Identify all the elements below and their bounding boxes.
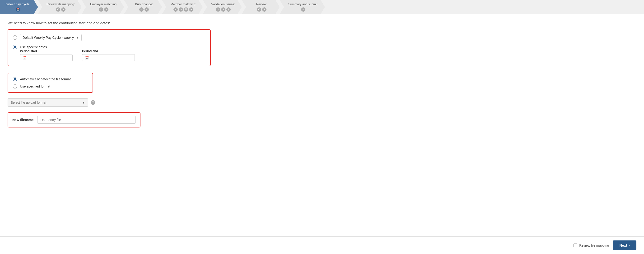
period-start-input[interactable] bbox=[28, 56, 70, 60]
filename-box: New filename bbox=[8, 112, 140, 128]
review-mapping-label: Review file mapping bbox=[579, 243, 609, 247]
period-end-input[interactable] bbox=[91, 56, 132, 60]
question-icon-2: ? bbox=[221, 7, 226, 12]
next-button[interactable]: Next › bbox=[613, 240, 636, 250]
specified-format-row: Use specified format bbox=[13, 84, 88, 88]
check-icon-5: ✓ bbox=[257, 7, 261, 12]
format-chevron-icon: ▼ bbox=[82, 101, 85, 104]
pay-cycle-dropdown[interactable]: Default Weekly Pay Cycle - weekly ▼ bbox=[20, 34, 82, 41]
period-start-input-wrapper: 📅 bbox=[20, 54, 72, 61]
period-start-group: Period start 📅 bbox=[20, 49, 72, 61]
x-icon-3: ✕ bbox=[144, 7, 149, 12]
stepper: Select pay cycle: 📅 Review file mapping:… bbox=[0, 0, 644, 14]
auto-detect-row: Automatically detect the file format bbox=[13, 77, 88, 81]
filename-label: New filename bbox=[12, 118, 34, 122]
step-select-pay-cycle-label: Select pay cycle: bbox=[6, 2, 30, 7]
calendar-end-icon: 📅 bbox=[85, 56, 89, 60]
pay-cycle-option2-label: Use specific dates bbox=[20, 45, 47, 49]
circle-icon: ● bbox=[189, 7, 194, 12]
question-icon-1: ? bbox=[216, 7, 220, 12]
pay-cycle-option1-row: Default Weekly Pay Cycle - weekly ▼ bbox=[13, 34, 206, 41]
period-end-label: Period end bbox=[82, 49, 135, 53]
period-end-input-wrapper: 📅 bbox=[82, 54, 135, 61]
step-review-file-mapping-label: Review file mapping: bbox=[46, 2, 75, 7]
next-arrow-icon: › bbox=[628, 243, 630, 247]
x-icon-4: ✕ bbox=[184, 7, 188, 12]
step-bulk-change[interactable]: Bulk change: ✓ ✕ bbox=[124, 0, 162, 14]
step-member-matching-label: Member matching: bbox=[170, 2, 196, 7]
file-upload-format-placeholder: Select file upload format bbox=[11, 101, 46, 104]
intro-text: We need to know how to set the contribut… bbox=[8, 21, 211, 25]
period-end-group: Period end 📅 bbox=[82, 49, 135, 61]
footer: Review file mapping Next › bbox=[0, 236, 644, 254]
specified-format-label: Use specified format bbox=[20, 84, 50, 88]
x-icon-2: ✕ bbox=[104, 7, 108, 12]
auto-detect-label: Automatically detect the file format bbox=[20, 77, 71, 81]
period-start-label: Period start bbox=[20, 49, 72, 53]
step-review-label: Review: bbox=[256, 2, 267, 7]
pay-cycle-box: Default Weekly Pay Cycle - weekly ▼ Use … bbox=[8, 29, 211, 66]
check-icon-1: ✓ bbox=[56, 7, 60, 12]
format-row: Select file upload format ▼ ? bbox=[8, 98, 211, 106]
x-icon-1: ✕ bbox=[61, 7, 66, 12]
auto-detect-radio[interactable] bbox=[13, 77, 17, 81]
pay-cycle-dropdown-value: Default Weekly Pay Cycle - weekly bbox=[22, 36, 74, 40]
step-member-matching[interactable]: Member matching: ✓ ⚠ ✕ ● bbox=[162, 0, 203, 14]
step-summary-submit-label: Summary and submit: bbox=[288, 2, 318, 7]
pay-cycle-option2-row: Use specific dates bbox=[13, 45, 206, 49]
step-employer-matching-label: Employer matching: bbox=[90, 2, 118, 7]
pay-cycle-radio-option1[interactable] bbox=[13, 35, 17, 40]
file-format-box: Automatically detect the file format Use… bbox=[8, 73, 93, 93]
step-employer-matching[interactable]: Employer matching: ✓ ✕ bbox=[82, 0, 124, 14]
calendar-icon: 📅 bbox=[16, 7, 20, 12]
help-icon[interactable]: ? bbox=[91, 100, 96, 105]
step-select-pay-cycle[interactable]: Select pay cycle: 📅 bbox=[0, 0, 38, 14]
step-bulk-change-label: Bulk change: bbox=[135, 2, 153, 7]
check-icon-3: ✓ bbox=[139, 7, 144, 12]
calendar-start-icon: 📅 bbox=[22, 56, 26, 60]
question-icon-3: ? bbox=[226, 7, 231, 12]
main-content: We need to know how to set the contribut… bbox=[0, 14, 218, 144]
next-button-label: Next bbox=[619, 243, 627, 247]
filename-input[interactable] bbox=[37, 116, 136, 124]
specified-format-radio[interactable] bbox=[13, 84, 17, 88]
step-review[interactable]: Review: ✓ ? bbox=[242, 0, 280, 14]
question-icon-4: ? bbox=[262, 7, 266, 12]
check-icon-4: ✓ bbox=[174, 7, 178, 12]
review-mapping-checkbox[interactable] bbox=[574, 243, 577, 247]
warning-icon: ⚠ bbox=[179, 7, 183, 12]
step-review-file-mapping[interactable]: Review file mapping: ✓ ✕ bbox=[38, 0, 82, 14]
pay-cycle-radio-option2[interactable] bbox=[13, 45, 17, 49]
review-mapping-wrapper: Review file mapping bbox=[574, 243, 609, 247]
step-validation-issues[interactable]: Validation issues: ? ? ? bbox=[203, 0, 242, 14]
step-validation-issues-label: Validation issues: bbox=[212, 2, 235, 7]
step-summary-submit[interactable]: Summary and submit: – bbox=[280, 0, 325, 14]
check-icon-2: ✓ bbox=[99, 7, 103, 12]
pay-cycle-option2-section: Use specific dates Period start 📅 Period… bbox=[13, 45, 206, 61]
minus-icon: – bbox=[301, 7, 306, 12]
chevron-down-icon: ▼ bbox=[76, 36, 79, 40]
file-upload-format-dropdown[interactable]: Select file upload format ▼ bbox=[8, 98, 88, 106]
period-dates-row: Period start 📅 Period end 📅 bbox=[13, 49, 206, 61]
